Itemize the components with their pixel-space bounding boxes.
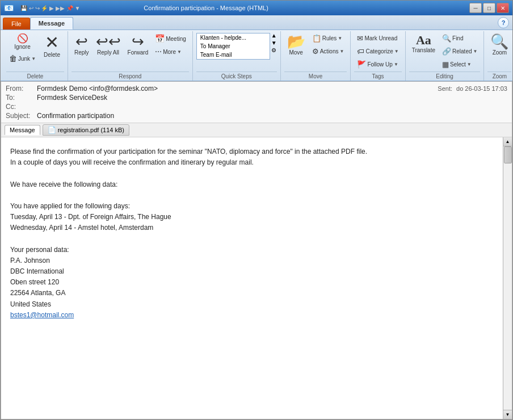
delete-group-buttons: 🚫 Ignore 🗑 Junk ▼ ✕ Delete [6,32,64,70]
related-icon: 🔗 [442,47,451,56]
pdf-icon: 📄 [48,126,56,134]
from-value: Formdesk Demo <info@formdesk.com> [37,85,158,93]
ribbon-groups: 🚫 Ignore 🗑 Junk ▼ ✕ Delete De [1,30,512,81]
from-label: From: [6,85,37,93]
follow-up-button[interactable]: 🚩 Follow Up ▼ [354,58,401,70]
follow-up-dropdown-arrow[interactable]: ▼ [394,62,398,67]
rules-dropdown-arrow[interactable]: ▼ [338,36,342,41]
subject-row: Subject: Confirmation participation [6,111,507,120]
qs-item-manager[interactable]: To Manager [197,42,270,51]
actions-dropdown-arrow[interactable]: ▼ [340,49,344,54]
meeting-icon: 📅 [155,34,165,43]
body-line-6: Wednesday, April 14 - Amstel hotel, Amst… [10,222,494,233]
body-line-13: bstes1@hotmail.com [10,310,494,321]
email-link[interactable]: bstes1@hotmail.com [10,311,74,319]
zoom-button[interactable]: 🔍 Zoom [487,32,511,57]
select-icon: ▦ [442,60,449,69]
cc-row: Cc: [6,102,507,111]
follow-up-icon: 🚩 [357,60,366,69]
editing-group-buttons: Aa Translate 🔍 Find 🔗 Related ▼ [409,32,481,70]
body-line-4: You have applied for the following days: [10,201,494,212]
close-button[interactable]: ✕ [497,3,509,13]
attachment-bar: Message 📄 registration.pdf (114 kB) [1,123,512,137]
to-value: Formdesk ServiceDesk [37,94,107,102]
title-bar-left: 📧 💾 ↩ ↪ ⚡ ▶ ▶▶ 📌 ▼ Confirmation particip… [4,3,268,12]
move-group-label: Move [284,72,347,81]
zoom-group-label: Zoom [487,72,511,81]
zoom-group-buttons: 🔍 Zoom [487,32,511,70]
minimize-button[interactable]: ─ [469,3,482,13]
rules-button[interactable]: 📋 Rules ▼ [309,32,347,44]
move-icon: 📂 [287,34,305,49]
sent-value: Sent: do 26-03-15 17:03 [438,85,507,92]
move-button[interactable]: 📂 Move [284,32,308,57]
email-body-container: Please find the confirmation of your par… [1,137,512,419]
related-dropdown-arrow[interactable]: ▼ [473,49,478,54]
reply-button[interactable]: ↩ Reply [72,32,92,57]
cc-label: Cc: [6,103,37,111]
qs-item-team[interactable]: Team E-mail [197,51,270,59]
quick-steps-list: Klanten - helpde... To Manager Team E-ma… [196,33,270,60]
scroll-track[interactable] [503,146,512,410]
respond-group-buttons: ↩ Reply ↩↩ Reply All ↪ Forward 📅 [72,32,189,70]
tab-file[interactable]: File [3,18,30,30]
outlook-window: 📧 💾 ↩ ↪ ⚡ ▶ ▶▶ 📌 ▼ Confirmation particip… [0,0,513,420]
categorize-icon: 🏷 [357,47,364,56]
ribbon-group-delete: 🚫 Ignore 🗑 Junk ▼ ✕ Delete De [3,31,68,81]
junk-button[interactable]: 🗑 Junk ▼ [6,52,39,65]
forward-button[interactable]: ↪ Forward [125,32,152,57]
ribbon-group-editing: Aa Translate 🔍 Find 🔗 Related ▼ [406,31,485,81]
body-line-2: In a couple of days you will receive the… [10,157,494,168]
categorize-button[interactable]: 🏷 Categorize ▼ [354,45,401,57]
qs-scroll-up[interactable]: ▲ [271,32,277,39]
to-row: To: Formdesk ServiceDesk [6,93,507,102]
more-dropdown-arrow[interactable]: ▼ [177,49,182,54]
body-line-10: Oben street 120 [10,277,494,288]
delete-icon: ✕ [45,34,59,51]
ignore-button[interactable]: 🚫 Ignore [11,32,33,52]
reply-icon: ↩ [75,34,88,49]
ribbon-tab-bar: File Message ? [1,15,512,30]
delete-button[interactable]: ✕ Delete [40,32,64,60]
select-button[interactable]: ▦ Select ▼ [439,58,480,70]
qs-item-klanten[interactable]: Klanten - helpde... [197,33,270,42]
ribbon: 🚫 Ignore 🗑 Junk ▼ ✕ Delete De [1,30,512,81]
mark-unread-button[interactable]: ✉ Mark Unread [354,32,401,44]
scroll-down-arrow[interactable]: ▼ [503,410,512,419]
categorize-dropdown-arrow[interactable]: ▼ [394,49,399,54]
meeting-button[interactable]: 📅 Meeting [152,32,189,45]
related-button[interactable]: 🔗 Related ▼ [439,45,480,57]
tags-group-label: Tags [354,72,401,81]
junk-dropdown-arrow[interactable]: ▼ [31,56,36,61]
translate-button[interactable]: Aa Translate [409,32,438,55]
body-line-8: P.A. Johnson [10,255,494,266]
mark-unread-icon: ✉ [357,34,363,43]
reply-all-button[interactable]: ↩↩ Reply All [93,32,124,57]
sent-date: do 26-03-15 17:03 [456,85,507,92]
quick-steps-label: Quick Steps [196,72,277,81]
find-icon: 🔍 [442,34,451,43]
app-icon: 📧 [4,3,14,12]
reply-all-icon: ↩↩ [96,34,121,49]
respond-group-label: Respond [72,72,189,81]
scroll-up-arrow[interactable]: ▲ [503,137,512,146]
maximize-button[interactable]: □ [483,3,495,13]
scroll-thumb[interactable] [504,146,512,163]
qs-settings[interactable]: ⚙ [271,47,277,53]
message-tab[interactable]: Message [5,125,40,135]
help-button[interactable]: ? [498,17,509,28]
attachment-tab[interactable]: 📄 registration.pdf (114 kB) [43,124,129,136]
forward-icon: ↪ [132,34,144,49]
find-button[interactable]: 🔍 Find [439,32,480,44]
select-dropdown-arrow[interactable]: ▼ [467,62,472,67]
actions-button[interactable]: ⚙ Actions ▼ [309,45,347,57]
ribbon-group-zoom: 🔍 Zoom Zoom [484,31,513,81]
actions-icon: ⚙ [312,47,319,56]
qs-scroll-down[interactable]: ▼ [271,40,277,46]
message-tab-label: Message [10,127,35,133]
rules-icon: 📋 [312,34,321,43]
body-line-11: 22564 Atlanta, GA [10,288,494,299]
subject-value: Confirmation participation [37,112,114,120]
more-button[interactable]: ⋯ More ▼ [152,46,189,57]
tab-message[interactable]: Message [30,17,73,30]
